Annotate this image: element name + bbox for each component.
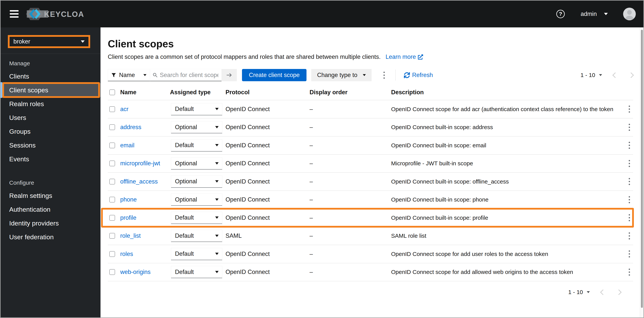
filter-type-select[interactable]: Name [108,69,150,81]
row-checkbox[interactable] [109,251,115,257]
help-icon[interactable]: ? [556,10,565,18]
create-client-scope-button[interactable]: Create client scope [242,69,306,81]
row-kebab-menu[interactable] [629,123,630,132]
row-kebab-menu[interactable] [629,159,630,168]
row-checkbox[interactable] [109,179,115,184]
search-input[interactable] [160,72,219,79]
sidebar-item-client-scopes[interactable]: Client scopes [0,83,100,97]
sidebar-item-realm-settings[interactable]: Realm settings [0,189,100,202]
learn-more-link[interactable]: Learn more [386,54,423,60]
assigned-type-value: Default [175,250,194,257]
next-page-icon[interactable] [628,72,634,78]
row-kebab-menu[interactable] [629,177,630,186]
previous-page-icon[interactable] [612,72,618,78]
sidebar-item-events[interactable]: Events [0,152,100,166]
search-submit-button[interactable] [222,69,237,81]
sidebar-item-user-federation[interactable]: User federation [0,230,100,244]
scrollbar-thumb[interactable] [641,30,643,308]
table-row-email: email Default OpenID Connect – OpenID Co… [108,136,633,155]
chevron-down-icon [604,13,608,15]
column-header-display-order: Display order [310,89,391,96]
row-checkbox[interactable] [109,161,115,166]
row-checkbox[interactable] [109,269,115,275]
assigned-type-value: Default [175,232,194,239]
scope-name-link[interactable]: web-origins [120,268,151,275]
refresh-icon [404,72,410,78]
row-checkbox[interactable] [109,106,115,112]
scope-name-link[interactable]: offline_access [120,178,158,185]
previous-page-icon[interactable] [600,289,606,295]
assigned-type-select[interactable]: Default [171,103,222,115]
display-order-cell: – [310,160,391,167]
scrollbar-track [640,27,644,317]
keycloak-admin-console: { "topbar": { "brand": "KEYCLOAK", "user… [0,0,644,318]
assigned-type-select[interactable]: Default [171,248,222,260]
assigned-type-select[interactable]: Optional [171,157,222,170]
sidebar-item-label: Authentication [9,206,50,213]
row-checkbox[interactable] [109,197,115,202]
assigned-type-select[interactable]: Default [171,212,222,224]
row-checkbox[interactable] [109,233,115,239]
sidebar-item-authentication[interactable]: Authentication [0,202,100,216]
description-cell: OpenID Connect built-in scope: profile [391,215,620,221]
scope-name-link[interactable]: email [120,142,134,149]
row-kebab-menu[interactable] [629,105,630,113]
scope-name-link[interactable]: role_list [120,232,141,239]
scope-name-link[interactable]: microprofile-jwt [120,160,160,167]
next-page-icon[interactable] [616,289,622,295]
sidebar-item-identity-providers[interactable]: Identity providers [0,216,100,230]
sidebar-item-realm-roles[interactable]: Realm roles [0,97,100,111]
row-kebab-menu[interactable] [629,232,630,240]
row-checkbox[interactable] [109,215,115,221]
row-kebab-menu[interactable] [629,195,630,204]
protocol-cell: SAML [226,232,310,239]
sidebar-item-groups[interactable]: Groups [0,125,100,138]
pagination-options-toggle[interactable] [599,74,602,76]
assigned-type-select[interactable]: Default [171,230,222,242]
chevron-down-icon [215,216,218,219]
description-cell: OpenID Connect built-in scope: offline_a… [391,178,620,185]
select-all-checkbox[interactable] [109,90,115,95]
scope-name-link[interactable]: profile [120,214,136,221]
hamburger-menu-icon[interactable] [10,10,18,18]
main-content: Client scopes Client scopes are a common… [100,27,644,317]
scope-name-link[interactable]: address [120,124,141,130]
table-row-phone: phone Optional OpenID Connect – OpenID C… [108,191,633,209]
scope-name-link[interactable]: phone [120,196,137,203]
row-checkbox[interactable] [109,143,115,148]
assigned-type-select[interactable]: Optional [171,175,222,188]
row-kebab-menu[interactable] [629,250,630,258]
external-link-icon [418,54,423,60]
refresh-button[interactable]: Refresh [404,72,433,79]
row-kebab-menu[interactable] [629,141,630,150]
avatar[interactable] [623,8,636,20]
assigned-type-value: Default [175,106,194,112]
scope-name-link[interactable]: acr [120,106,128,112]
chevron-down-icon [215,180,218,183]
change-type-dropdown[interactable]: Change type to [311,69,372,81]
assigned-type-select[interactable]: Optional [171,193,222,206]
assigned-type-select[interactable]: Optional [171,121,222,133]
description-cell: SAML role list [391,233,620,239]
sidebar-item-clients[interactable]: Clients [0,69,100,83]
sidebar-item-sessions[interactable]: Sessions [0,138,100,152]
sidebar-item-users[interactable]: Users [0,111,100,125]
row-kebab-menu[interactable] [629,213,630,222]
assigned-type-select[interactable]: Default [171,266,222,278]
assigned-type-value: Default [175,142,194,149]
display-order-cell: – [310,142,391,149]
row-kebab-menu[interactable] [629,268,630,276]
table-row-acr: acr Default OpenID Connect – OpenID Conn… [108,100,633,118]
display-order-cell: – [310,214,391,221]
toolbar-kebab-menu[interactable] [381,71,388,80]
realm-selector[interactable]: broker [8,35,90,48]
protocol-cell: OpenID Connect [226,196,310,203]
user-menu[interactable]: admin [581,1,608,27]
search-box [150,69,222,81]
assigned-type-select[interactable]: Default [171,139,222,152]
client-scopes-table: Name Assigned type Protocol Display orde… [108,85,633,281]
pagination-options-toggle[interactable] [587,291,590,293]
scope-name-link[interactable]: roles [120,250,133,257]
sidebar-item-label: Realm roles [9,100,44,108]
row-checkbox[interactable] [109,124,115,130]
